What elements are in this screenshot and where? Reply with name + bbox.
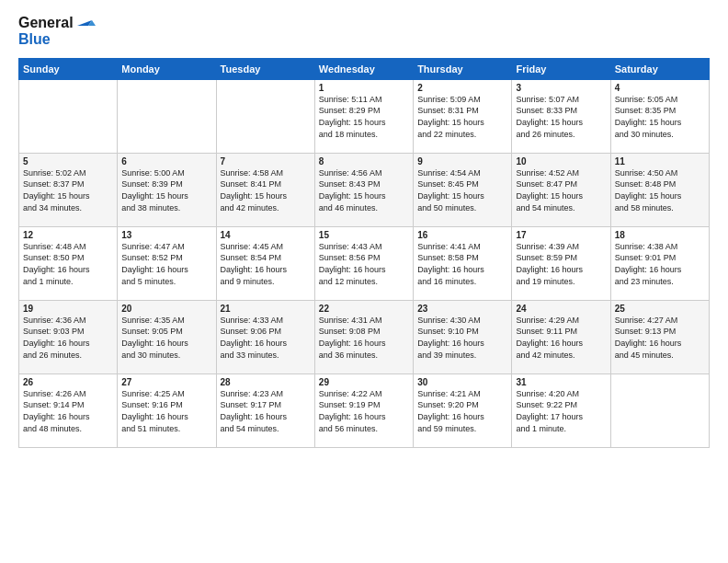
calendar-cell xyxy=(118,79,216,153)
weekday-header-row: SundayMondayTuesdayWednesdayThursdayFrid… xyxy=(19,58,710,79)
day-info: Sunrise: 5:02 AM Sunset: 8:37 PM Dayligh… xyxy=(23,167,113,213)
day-number: 17 xyxy=(516,230,606,240)
day-info: Sunrise: 4:52 AM Sunset: 8:47 PM Dayligh… xyxy=(516,167,606,213)
weekday-header-sunday: Sunday xyxy=(19,58,118,79)
calendar-cell: 14Sunrise: 4:45 AM Sunset: 8:54 PM Dayli… xyxy=(216,226,314,300)
day-number: 9 xyxy=(417,156,507,167)
calendar-cell: 31Sunrise: 4:20 AM Sunset: 9:22 PM Dayli… xyxy=(512,373,610,447)
week-row-5: 26Sunrise: 4:26 AM Sunset: 9:14 PM Dayli… xyxy=(19,373,710,447)
calendar-cell: 12Sunrise: 4:48 AM Sunset: 8:50 PM Dayli… xyxy=(19,226,118,300)
day-info: Sunrise: 4:58 AM Sunset: 8:41 PM Dayligh… xyxy=(221,167,311,213)
calendar-cell: 5Sunrise: 5:02 AM Sunset: 8:37 PM Daylig… xyxy=(19,153,118,226)
calendar-cell: 27Sunrise: 4:25 AM Sunset: 9:16 PM Dayli… xyxy=(118,373,216,447)
day-info: Sunrise: 4:26 AM Sunset: 9:14 PM Dayligh… xyxy=(23,388,113,434)
day-info: Sunrise: 4:35 AM Sunset: 9:05 PM Dayligh… xyxy=(121,315,211,361)
day-info: Sunrise: 4:45 AM Sunset: 8:54 PM Dayligh… xyxy=(221,241,311,287)
day-info: Sunrise: 5:11 AM Sunset: 8:29 PM Dayligh… xyxy=(319,94,409,140)
weekday-header-thursday: Thursday xyxy=(414,58,512,79)
calendar-table: SundayMondayTuesdayWednesdayThursdayFrid… xyxy=(18,58,710,448)
calendar-cell: 24Sunrise: 4:29 AM Sunset: 9:11 PM Dayli… xyxy=(512,300,610,373)
logo-blue: Blue xyxy=(18,31,74,48)
page: General Blue SundayMondayTuesdayWednesda… xyxy=(0,0,728,563)
day-info: Sunrise: 4:47 AM Sunset: 8:52 PM Dayligh… xyxy=(121,241,211,287)
calendar-cell: 25Sunrise: 4:27 AM Sunset: 9:13 PM Dayli… xyxy=(610,300,709,373)
day-number: 18 xyxy=(615,230,705,240)
calendar-cell xyxy=(19,79,118,153)
calendar-cell: 6Sunrise: 5:00 AM Sunset: 8:39 PM Daylig… xyxy=(118,153,216,226)
day-number: 21 xyxy=(221,304,311,314)
calendar-cell: 16Sunrise: 4:41 AM Sunset: 8:58 PM Dayli… xyxy=(414,226,512,300)
calendar-cell: 7Sunrise: 4:58 AM Sunset: 8:41 PM Daylig… xyxy=(216,153,314,226)
day-number: 8 xyxy=(319,156,409,167)
day-info: Sunrise: 4:23 AM Sunset: 9:17 PM Dayligh… xyxy=(221,388,311,434)
day-number: 31 xyxy=(516,377,606,387)
calendar-cell: 17Sunrise: 4:39 AM Sunset: 8:59 PM Dayli… xyxy=(512,226,610,300)
calendar-cell: 9Sunrise: 4:54 AM Sunset: 8:45 PM Daylig… xyxy=(414,153,512,226)
week-row-1: 1Sunrise: 5:11 AM Sunset: 8:29 PM Daylig… xyxy=(19,79,710,153)
calendar-cell: 18Sunrise: 4:38 AM Sunset: 9:01 PM Dayli… xyxy=(610,226,709,300)
day-number: 20 xyxy=(121,304,211,314)
week-row-3: 12Sunrise: 4:48 AM Sunset: 8:50 PM Dayli… xyxy=(19,226,710,300)
weekday-header-friday: Friday xyxy=(512,58,610,79)
day-info: Sunrise: 4:43 AM Sunset: 8:56 PM Dayligh… xyxy=(319,241,409,287)
day-info: Sunrise: 4:27 AM Sunset: 9:13 PM Dayligh… xyxy=(615,315,705,361)
day-info: Sunrise: 5:05 AM Sunset: 8:35 PM Dayligh… xyxy=(615,94,705,140)
week-row-2: 5Sunrise: 5:02 AM Sunset: 8:37 PM Daylig… xyxy=(19,153,710,226)
day-info: Sunrise: 4:54 AM Sunset: 8:45 PM Dayligh… xyxy=(417,167,507,213)
day-number: 26 xyxy=(23,377,113,387)
calendar-cell: 3Sunrise: 5:07 AM Sunset: 8:33 PM Daylig… xyxy=(512,79,610,153)
day-info: Sunrise: 4:38 AM Sunset: 9:01 PM Dayligh… xyxy=(615,241,705,287)
logo-bird-icon xyxy=(77,17,97,37)
day-number: 28 xyxy=(221,377,311,387)
week-row-4: 19Sunrise: 4:36 AM Sunset: 9:03 PM Dayli… xyxy=(19,300,710,373)
weekday-header-wednesday: Wednesday xyxy=(314,58,413,79)
logo-general: General xyxy=(18,15,74,31)
day-info: Sunrise: 4:36 AM Sunset: 9:03 PM Dayligh… xyxy=(23,315,113,361)
calendar-cell: 1Sunrise: 5:11 AM Sunset: 8:29 PM Daylig… xyxy=(314,79,413,153)
calendar-cell: 15Sunrise: 4:43 AM Sunset: 8:56 PM Dayli… xyxy=(314,226,413,300)
calendar-cell xyxy=(610,373,709,447)
calendar-cell: 13Sunrise: 4:47 AM Sunset: 8:52 PM Dayli… xyxy=(118,226,216,300)
day-number: 15 xyxy=(319,230,409,240)
day-number: 14 xyxy=(221,230,311,240)
calendar-cell: 26Sunrise: 4:26 AM Sunset: 9:14 PM Dayli… xyxy=(19,373,118,447)
day-number: 4 xyxy=(615,83,705,93)
day-info: Sunrise: 4:30 AM Sunset: 9:10 PM Dayligh… xyxy=(417,315,507,361)
day-number: 29 xyxy=(319,377,409,387)
calendar-cell: 2Sunrise: 5:09 AM Sunset: 8:31 PM Daylig… xyxy=(414,79,512,153)
day-number: 1 xyxy=(319,83,409,93)
calendar-cell: 22Sunrise: 4:31 AM Sunset: 9:08 PM Dayli… xyxy=(314,300,413,373)
day-number: 19 xyxy=(23,304,113,314)
calendar-cell: 28Sunrise: 4:23 AM Sunset: 9:17 PM Dayli… xyxy=(216,373,314,447)
day-number: 16 xyxy=(417,230,507,240)
day-number: 13 xyxy=(121,230,211,240)
day-number: 12 xyxy=(23,230,113,240)
weekday-header-saturday: Saturday xyxy=(610,58,709,79)
day-info: Sunrise: 5:07 AM Sunset: 8:33 PM Dayligh… xyxy=(516,94,606,140)
calendar-cell xyxy=(216,79,314,153)
calendar-cell: 21Sunrise: 4:33 AM Sunset: 9:06 PM Dayli… xyxy=(216,300,314,373)
day-info: Sunrise: 4:39 AM Sunset: 8:59 PM Dayligh… xyxy=(516,241,606,287)
day-number: 6 xyxy=(121,156,211,167)
calendar-cell: 19Sunrise: 4:36 AM Sunset: 9:03 PM Dayli… xyxy=(19,300,118,373)
day-number: 24 xyxy=(516,304,606,314)
weekday-header-monday: Monday xyxy=(118,58,216,79)
day-info: Sunrise: 4:22 AM Sunset: 9:19 PM Dayligh… xyxy=(319,388,409,434)
calendar-cell: 23Sunrise: 4:30 AM Sunset: 9:10 PM Dayli… xyxy=(414,300,512,373)
day-number: 5 xyxy=(23,156,113,167)
day-number: 27 xyxy=(121,377,211,387)
day-info: Sunrise: 4:31 AM Sunset: 9:08 PM Dayligh… xyxy=(319,315,409,361)
day-number: 10 xyxy=(516,156,606,167)
calendar-cell: 30Sunrise: 4:21 AM Sunset: 9:20 PM Dayli… xyxy=(414,373,512,447)
calendar-cell: 4Sunrise: 5:05 AM Sunset: 8:35 PM Daylig… xyxy=(610,79,709,153)
day-info: Sunrise: 4:48 AM Sunset: 8:50 PM Dayligh… xyxy=(23,241,113,287)
calendar-cell: 20Sunrise: 4:35 AM Sunset: 9:05 PM Dayli… xyxy=(118,300,216,373)
day-info: Sunrise: 4:21 AM Sunset: 9:20 PM Dayligh… xyxy=(417,388,507,434)
day-info: Sunrise: 5:09 AM Sunset: 8:31 PM Dayligh… xyxy=(417,94,507,140)
day-info: Sunrise: 4:33 AM Sunset: 9:06 PM Dayligh… xyxy=(221,315,311,361)
day-info: Sunrise: 4:50 AM Sunset: 8:48 PM Dayligh… xyxy=(615,167,705,213)
day-number: 30 xyxy=(417,377,507,387)
day-number: 7 xyxy=(221,156,311,167)
header: General Blue xyxy=(18,15,710,49)
calendar-cell: 11Sunrise: 4:50 AM Sunset: 8:48 PM Dayli… xyxy=(610,153,709,226)
